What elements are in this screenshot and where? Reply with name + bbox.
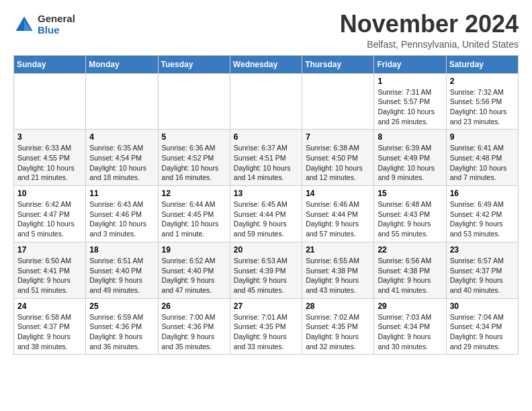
calendar-cell <box>86 73 158 130</box>
day-info: Sunrise: 6:39 AM Sunset: 4:49 PM Dayligh… <box>378 143 442 183</box>
calendar-cell: 8Sunrise: 6:39 AM Sunset: 4:49 PM Daylig… <box>374 130 446 186</box>
calendar-cell: 13Sunrise: 6:45 AM Sunset: 4:44 PM Dayli… <box>230 186 302 242</box>
day-number: 12 <box>162 189 226 198</box>
day-number: 27 <box>234 302 298 311</box>
day-info: Sunrise: 6:33 AM Sunset: 4:55 PM Dayligh… <box>17 143 82 183</box>
calendar-week-row: 17Sunrise: 6:50 AM Sunset: 4:41 PM Dayli… <box>14 242 519 298</box>
day-number: 6 <box>234 132 298 142</box>
location: Belfast, Pennsylvania, United States <box>340 39 519 50</box>
logo-general-text: General <box>38 13 75 25</box>
day-info: Sunrise: 6:56 AM Sunset: 4:38 PM Dayligh… <box>378 256 442 295</box>
logo: General Blue <box>13 13 75 36</box>
calendar-cell <box>230 73 302 130</box>
day-info: Sunrise: 6:41 AM Sunset: 4:48 PM Dayligh… <box>450 143 515 183</box>
day-info: Sunrise: 6:38 AM Sunset: 4:50 PM Dayligh… <box>306 143 370 183</box>
calendar-cell: 12Sunrise: 6:44 AM Sunset: 4:45 PM Dayli… <box>158 186 230 242</box>
weekday-header-tuesday: Tuesday <box>158 55 230 73</box>
calendar-cell <box>302 73 374 130</box>
calendar-cell: 21Sunrise: 6:55 AM Sunset: 4:38 PM Dayli… <box>302 242 374 298</box>
day-info: Sunrise: 6:57 AM Sunset: 4:37 PM Dayligh… <box>450 256 515 295</box>
calendar-cell: 11Sunrise: 6:43 AM Sunset: 4:46 PM Dayli… <box>86 186 158 242</box>
day-number: 10 <box>17 189 82 198</box>
day-info: Sunrise: 6:42 AM Sunset: 4:47 PM Dayligh… <box>17 199 82 239</box>
day-number: 16 <box>450 189 515 198</box>
day-number: 3 <box>17 132 82 142</box>
day-info: Sunrise: 6:50 AM Sunset: 4:41 PM Dayligh… <box>17 256 82 295</box>
day-info: Sunrise: 6:43 AM Sunset: 4:46 PM Dayligh… <box>89 199 154 239</box>
day-info: Sunrise: 6:45 AM Sunset: 4:44 PM Dayligh… <box>234 199 298 239</box>
day-info: Sunrise: 6:58 AM Sunset: 4:37 PM Dayligh… <box>17 312 82 352</box>
day-info: Sunrise: 6:55 AM Sunset: 4:38 PM Dayligh… <box>306 256 370 295</box>
calendar-cell: 10Sunrise: 6:42 AM Sunset: 4:47 PM Dayli… <box>14 186 86 242</box>
day-number: 21 <box>306 245 370 255</box>
calendar-cell: 2Sunrise: 7:32 AM Sunset: 5:56 PM Daylig… <box>446 73 518 130</box>
day-number: 2 <box>450 77 515 86</box>
day-number: 1 <box>378 77 442 86</box>
day-info: Sunrise: 7:01 AM Sunset: 4:35 PM Dayligh… <box>234 312 298 352</box>
day-number: 25 <box>89 302 154 311</box>
logo-blue-text: Blue <box>38 25 75 36</box>
weekday-header-thursday: Thursday <box>302 55 374 73</box>
day-info: Sunrise: 7:03 AM Sunset: 4:34 PM Dayligh… <box>378 312 442 352</box>
day-number: 29 <box>378 302 442 311</box>
calendar-cell <box>158 73 230 130</box>
calendar-cell: 4Sunrise: 6:35 AM Sunset: 4:54 PM Daylig… <box>86 130 158 186</box>
calendar-cell: 20Sunrise: 6:53 AM Sunset: 4:39 PM Dayli… <box>230 242 302 298</box>
day-info: Sunrise: 6:46 AM Sunset: 4:44 PM Dayligh… <box>306 199 370 239</box>
page-header: General Blue November 2024 Belfast, Penn… <box>13 11 519 50</box>
day-number: 13 <box>234 189 298 198</box>
day-number: 15 <box>378 189 442 198</box>
day-info: Sunrise: 6:44 AM Sunset: 4:45 PM Dayligh… <box>162 199 226 239</box>
calendar-cell: 9Sunrise: 6:41 AM Sunset: 4:48 PM Daylig… <box>446 130 518 186</box>
day-info: Sunrise: 7:02 AM Sunset: 4:35 PM Dayligh… <box>306 312 370 352</box>
logo-icon <box>13 14 35 36</box>
day-info: Sunrise: 7:00 AM Sunset: 4:36 PM Dayligh… <box>162 312 226 352</box>
day-info: Sunrise: 6:35 AM Sunset: 4:54 PM Dayligh… <box>89 143 154 183</box>
day-info: Sunrise: 6:52 AM Sunset: 4:40 PM Dayligh… <box>162 256 226 295</box>
day-number: 9 <box>450 132 515 142</box>
calendar-cell: 5Sunrise: 6:36 AM Sunset: 4:52 PM Daylig… <box>158 130 230 186</box>
calendar-cell: 14Sunrise: 6:46 AM Sunset: 4:44 PM Dayli… <box>302 186 374 242</box>
day-number: 20 <box>234 245 298 255</box>
day-info: Sunrise: 6:53 AM Sunset: 4:39 PM Dayligh… <box>234 256 298 295</box>
day-info: Sunrise: 6:51 AM Sunset: 4:40 PM Dayligh… <box>89 256 154 295</box>
calendar-cell: 22Sunrise: 6:56 AM Sunset: 4:38 PM Dayli… <box>374 242 446 298</box>
weekday-header-wednesday: Wednesday <box>230 55 302 73</box>
month-title: November 2024 <box>340 11 519 38</box>
weekday-header-monday: Monday <box>86 55 158 73</box>
day-info: Sunrise: 6:36 AM Sunset: 4:52 PM Dayligh… <box>162 143 226 183</box>
calendar-table: SundayMondayTuesdayWednesdayThursdayFrid… <box>13 55 519 355</box>
calendar-cell: 27Sunrise: 7:01 AM Sunset: 4:35 PM Dayli… <box>230 298 302 355</box>
day-number: 26 <box>162 302 226 311</box>
calendar-week-row: 24Sunrise: 6:58 AM Sunset: 4:37 PM Dayli… <box>14 298 519 355</box>
calendar-cell: 18Sunrise: 6:51 AM Sunset: 4:40 PM Dayli… <box>86 242 158 298</box>
calendar-cell: 16Sunrise: 6:49 AM Sunset: 4:42 PM Dayli… <box>446 186 518 242</box>
calendar-cell: 26Sunrise: 7:00 AM Sunset: 4:36 PM Dayli… <box>158 298 230 355</box>
title-section: November 2024 Belfast, Pennsylvania, Uni… <box>340 11 519 50</box>
day-number: 14 <box>306 189 370 198</box>
calendar-cell: 25Sunrise: 6:59 AM Sunset: 4:36 PM Dayli… <box>86 298 158 355</box>
calendar-cell: 15Sunrise: 6:48 AM Sunset: 4:43 PM Dayli… <box>374 186 446 242</box>
calendar-week-row: 10Sunrise: 6:42 AM Sunset: 4:47 PM Dayli… <box>14 186 519 242</box>
calendar-cell: 3Sunrise: 6:33 AM Sunset: 4:55 PM Daylig… <box>14 130 86 186</box>
weekday-header-saturday: Saturday <box>446 55 518 73</box>
day-number: 4 <box>89 132 154 142</box>
calendar-week-row: 1Sunrise: 7:31 AM Sunset: 5:57 PM Daylig… <box>14 73 519 130</box>
day-info: Sunrise: 7:31 AM Sunset: 5:57 PM Dayligh… <box>378 87 442 127</box>
day-info: Sunrise: 7:04 AM Sunset: 4:34 PM Dayligh… <box>450 312 515 352</box>
day-number: 18 <box>89 245 154 255</box>
day-number: 23 <box>450 245 515 255</box>
calendar-cell: 7Sunrise: 6:38 AM Sunset: 4:50 PM Daylig… <box>302 130 374 186</box>
calendar-cell: 19Sunrise: 6:52 AM Sunset: 4:40 PM Dayli… <box>158 242 230 298</box>
day-info: Sunrise: 7:32 AM Sunset: 5:56 PM Dayligh… <box>450 87 515 127</box>
day-number: 19 <box>162 245 226 255</box>
day-number: 22 <box>378 245 442 255</box>
calendar-cell: 6Sunrise: 6:37 AM Sunset: 4:51 PM Daylig… <box>230 130 302 186</box>
calendar-week-row: 3Sunrise: 6:33 AM Sunset: 4:55 PM Daylig… <box>14 130 519 186</box>
weekday-header-friday: Friday <box>374 55 446 73</box>
day-number: 5 <box>162 132 226 142</box>
calendar-cell: 23Sunrise: 6:57 AM Sunset: 4:37 PM Dayli… <box>446 242 518 298</box>
day-number: 11 <box>89 189 154 198</box>
weekday-header-sunday: Sunday <box>14 55 86 73</box>
day-number: 28 <box>306 302 370 311</box>
